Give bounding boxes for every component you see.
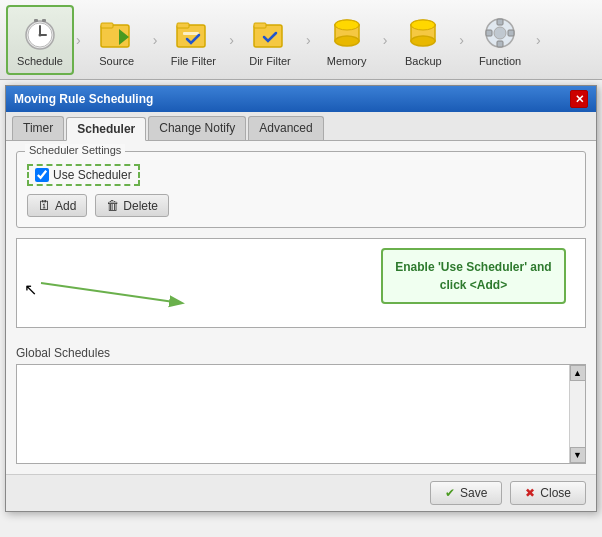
close-icon: ✖ — [525, 486, 535, 500]
file-filter-icon — [173, 13, 213, 53]
tab-scheduler[interactable]: Scheduler — [66, 117, 146, 141]
toolbar-item-function[interactable]: Function — [466, 5, 534, 75]
svg-point-4 — [39, 33, 42, 36]
dialog-tabs: Timer Scheduler Change Notify Advanced — [6, 112, 596, 141]
scheduler-settings-group: Scheduler Settings Use Scheduler 🗓 Add 🗑 — [16, 151, 586, 228]
svg-point-24 — [494, 27, 506, 39]
scroll-up-button[interactable]: ▲ — [570, 365, 586, 381]
backup-icon — [403, 13, 443, 53]
global-schedules-section: Global Schedules ▲ ▼ — [16, 346, 586, 464]
dialog-close-button[interactable]: ✕ — [570, 90, 588, 108]
dialog-footer: ✔ Save ✖ Close — [6, 474, 596, 511]
toolbar-source-label: Source — [99, 55, 134, 67]
dialog-title: Moving Rule Scheduling — [14, 92, 153, 106]
svg-rect-26 — [497, 41, 503, 47]
dialog-window: Moving Rule Scheduling ✕ Timer Scheduler… — [5, 85, 597, 512]
svg-rect-27 — [486, 30, 492, 36]
annotation-box: Enable 'Use Scheduler' and click <Add> — [381, 248, 566, 304]
annotation-text: Enable 'Use Scheduler' and click <Add> — [395, 260, 551, 292]
arrow-4: › — [304, 32, 313, 48]
toolbar-item-backup[interactable]: Backup — [389, 5, 457, 75]
tab-change-notify[interactable]: Change Notify — [148, 116, 246, 140]
svg-rect-5 — [34, 19, 38, 22]
svg-rect-28 — [508, 30, 514, 36]
dialog-body: Scheduler Settings Use Scheduler 🗓 Add 🗑 — [6, 141, 596, 474]
svg-rect-25 — [497, 19, 503, 25]
add-label: Add — [55, 199, 76, 213]
delete-button[interactable]: 🗑 Delete — [95, 194, 169, 217]
annotation-area: ↖ Enable 'Use Scheduler' and click <Add> — [16, 238, 586, 338]
scheduler-settings-label: Scheduler Settings — [25, 144, 125, 156]
toolbar-filefilter-label: File Filter — [171, 55, 216, 67]
svg-rect-11 — [177, 23, 189, 28]
svg-point-21 — [411, 36, 435, 46]
arrow-3: › — [227, 32, 236, 48]
arrow-6: › — [457, 32, 466, 48]
use-scheduler-checkbox-container: Use Scheduler — [27, 164, 140, 186]
arrow-5: › — [381, 32, 390, 48]
save-label: Save — [460, 486, 487, 500]
toolbar-item-dir-filter[interactable]: Dir Filter — [236, 5, 304, 75]
memory-icon — [327, 13, 367, 53]
global-schedules-label: Global Schedules — [16, 346, 586, 360]
toolbar-memory-label: Memory — [327, 55, 367, 67]
save-icon: ✔ — [445, 486, 455, 500]
arrow-2: › — [151, 32, 160, 48]
use-scheduler-label: Use Scheduler — [53, 168, 132, 182]
add-button[interactable]: 🗓 Add — [27, 194, 87, 217]
source-icon — [97, 13, 137, 53]
close-label: Close — [540, 486, 571, 500]
dialog-titlebar: Moving Rule Scheduling ✕ — [6, 86, 596, 112]
add-delete-button-row: 🗓 Add 🗑 Delete — [27, 194, 575, 217]
toolbar-function-label: Function — [479, 55, 521, 67]
svg-rect-6 — [42, 19, 46, 22]
toolbar-backup-label: Backup — [405, 55, 442, 67]
delete-label: Delete — [123, 199, 158, 213]
add-icon: 🗓 — [38, 198, 51, 213]
toolbar-item-file-filter[interactable]: File Filter — [159, 5, 227, 75]
toolbar-dirfilter-label: Dir Filter — [249, 55, 291, 67]
svg-point-18 — [335, 20, 359, 30]
tab-timer[interactable]: Timer — [12, 116, 64, 140]
arrow-7: › — [534, 32, 543, 48]
tab-advanced[interactable]: Advanced — [248, 116, 323, 140]
toolbar-item-source[interactable]: Source — [83, 5, 151, 75]
scroll-down-button[interactable]: ▼ — [570, 447, 586, 463]
delete-icon: 🗑 — [106, 198, 119, 213]
save-button[interactable]: ✔ Save — [430, 481, 502, 505]
svg-point-17 — [335, 36, 359, 46]
use-scheduler-row: Use Scheduler — [27, 164, 575, 186]
toolbar-item-memory[interactable]: Memory — [313, 5, 381, 75]
function-icon — [480, 13, 520, 53]
global-schedules-box: ▲ ▼ — [16, 364, 586, 464]
close-button[interactable]: ✖ Close — [510, 481, 586, 505]
toolbar-schedule-label: Schedule — [17, 55, 63, 67]
dialog-area: Moving Rule Scheduling ✕ Timer Scheduler… — [0, 80, 602, 537]
svg-rect-12 — [183, 32, 199, 35]
toolbar: Schedule › Source › File Filter › Dir Fi… — [0, 0, 602, 80]
toolbar-item-schedule[interactable]: Schedule — [6, 5, 74, 75]
use-scheduler-checkbox[interactable] — [35, 168, 49, 182]
clock-icon — [20, 13, 60, 53]
scrollbar-track: ▲ ▼ — [569, 365, 585, 463]
svg-point-22 — [411, 20, 435, 30]
dir-filter-icon — [250, 13, 290, 53]
svg-rect-8 — [101, 23, 113, 28]
svg-rect-14 — [254, 23, 266, 28]
arrow-1: › — [74, 32, 83, 48]
